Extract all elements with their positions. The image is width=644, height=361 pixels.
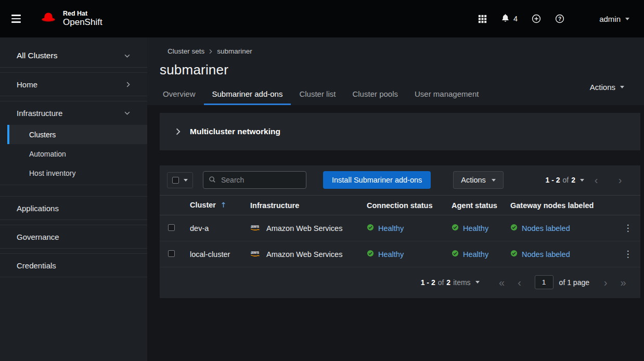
page-title: submariner — [160, 62, 625, 78]
first-page-button[interactable]: « — [493, 277, 511, 288]
pagination-bottom-menu-toggle[interactable]: 1 - 2 of 2 items — [421, 278, 480, 287]
column-header-gateway-nodes[interactable]: Gateway nodes labeled — [506, 196, 615, 215]
next-page-button[interactable]: › — [608, 175, 632, 185]
pagination-range: 1 - 2 — [421, 278, 435, 287]
table-row: dev-a aws — [160, 215, 640, 241]
chevron-right-icon — [176, 128, 181, 135]
sidebar-item-label: Clusters — [29, 131, 56, 139]
connection-status-link[interactable]: Healthy — [378, 224, 404, 233]
section-title: Multicluster networking — [190, 127, 280, 136]
table-row: local-cluster aws — [160, 241, 640, 267]
sidebar-item-label: Automation — [29, 150, 66, 158]
user-menu-dropdown[interactable]: admin — [599, 15, 629, 23]
bell-icon — [501, 14, 510, 24]
sidebar-item-governance[interactable]: Governance — [0, 225, 147, 249]
sidebar-item-label: Governance — [17, 233, 59, 241]
caret-down-icon — [492, 179, 496, 182]
tab-user-management[interactable]: User management — [406, 85, 487, 105]
caret-down-icon — [580, 179, 584, 182]
tab-submariner-add-ons[interactable]: Submariner add-ons — [204, 85, 291, 105]
sidebar-item-home[interactable]: Home — [0, 72, 147, 96]
check-circle-icon — [367, 224, 374, 233]
caret-down-icon — [184, 179, 188, 182]
sidebar-item-clusters[interactable]: Clusters — [7, 125, 147, 144]
aws-icon: aws — [250, 249, 262, 259]
page-content: Multicluster networking Install Sub — [147, 105, 644, 361]
notification-count: 4 — [513, 15, 518, 23]
agent-status-link[interactable]: Healthy — [463, 224, 488, 233]
next-page-button[interactable]: › — [597, 277, 614, 288]
pagination-total: 2 — [446, 278, 450, 287]
search-input[interactable] — [220, 175, 301, 185]
app-launcher-icon[interactable] — [478, 15, 487, 23]
breadcrumb: Cluster sets submariner — [160, 47, 625, 55]
multicluster-networking-expandable[interactable]: Multicluster networking — [160, 113, 640, 150]
redhat-openshift-logo[interactable]: Red Hat OpenShift — [38, 8, 102, 30]
hamburger-menu-icon[interactable] — [9, 12, 23, 24]
column-header-connection-status[interactable]: Connection status — [363, 196, 447, 215]
sidebar-item-label: Credentials — [17, 261, 56, 270]
brand-line1: Red Hat — [63, 10, 102, 18]
help-question-circle-icon[interactable]: ? — [555, 14, 564, 23]
user-menu-label: admin — [599, 15, 621, 23]
page-number-input[interactable] — [535, 275, 553, 289]
sidebar-item-label: Home — [17, 80, 37, 89]
infrastructure-label: Amazon Web Services — [266, 224, 342, 233]
svg-text:aws: aws — [251, 224, 259, 229]
row-kebab-menu[interactable]: ⋮ — [615, 241, 640, 267]
notifications-button[interactable]: 4 — [501, 14, 518, 24]
svg-text:aws: aws — [251, 250, 259, 255]
sidebar-item-infrastructure[interactable]: Infrastructure — [0, 101, 147, 125]
tab-cluster-list[interactable]: Cluster list — [291, 85, 344, 105]
redhat-hat-icon — [38, 8, 58, 30]
connection-status-link[interactable]: Healthy — [378, 250, 404, 259]
gateway-nodes-link[interactable]: Nodes labeled — [522, 250, 570, 259]
prev-page-button[interactable]: ‹ — [511, 277, 529, 288]
pagination-of: of — [563, 176, 569, 184]
pagination-items-label: items — [453, 278, 470, 287]
brand-line2: OpenShift — [63, 18, 102, 28]
row-checkbox[interactable] — [168, 224, 175, 231]
table-toolbar: Install Submariner add-ons Actions 1 - 2… — [160, 165, 640, 195]
sidebar-item-applications[interactable]: Applications — [0, 196, 147, 220]
toolbar-actions-label: Actions — [461, 176, 486, 184]
sidebar-item-automation[interactable]: Automation — [0, 144, 147, 163]
sort-up-icon — [221, 201, 226, 210]
row-checkbox[interactable] — [168, 250, 175, 257]
page-actions-dropdown[interactable]: Actions — [590, 83, 624, 92]
sidebar-item-credentials[interactable]: Credentials — [0, 253, 147, 277]
column-header-infrastructure[interactable]: Infrastructure — [246, 196, 363, 215]
sidebar-item-label: Applications — [17, 204, 59, 213]
toolbar-actions-dropdown[interactable]: Actions — [453, 171, 504, 189]
tab-overview[interactable]: Overview — [160, 85, 204, 105]
chevron-right-icon — [126, 82, 130, 87]
caret-down-icon — [625, 18, 629, 20]
column-header-agent-status[interactable]: Agent status — [447, 196, 506, 215]
sidebar-nav: All Clusters Home Infrastructure Cluster… — [0, 37, 147, 361]
pagination-of: of — [438, 278, 444, 287]
pagination-menu-toggle[interactable]: 1 - 2 of 2 — [546, 176, 585, 184]
bulk-select-dropdown[interactable] — [167, 172, 193, 188]
agent-status-link[interactable]: Healthy — [463, 250, 488, 259]
gateway-nodes-link[interactable]: Nodes labeled — [522, 224, 570, 233]
page-header: Cluster sets submariner submariner Actio… — [147, 37, 644, 105]
check-circle-icon — [510, 224, 518, 233]
breadcrumb-link-cluster-sets[interactable]: Cluster sets — [168, 47, 204, 55]
row-kebab-menu[interactable]: ⋮ — [615, 215, 640, 241]
pagination-range: 1 - 2 — [546, 176, 560, 184]
select-all-checkbox[interactable] — [172, 177, 179, 184]
cluster-switcher-dropdown[interactable]: All Clusters — [0, 44, 147, 68]
masthead: Red Hat OpenShift 4 — [0, 0, 644, 37]
search-icon — [209, 176, 216, 185]
sidebar-item-host-inventory[interactable]: Host inventory — [0, 163, 147, 183]
add-plus-circle-icon[interactable] — [532, 14, 541, 23]
tab-cluster-pools[interactable]: Cluster pools — [344, 85, 406, 105]
last-page-button[interactable]: » — [614, 277, 632, 288]
prev-page-button[interactable]: ‹ — [584, 175, 608, 185]
clusters-table: Cluster Infrastructure Connection status… — [160, 195, 640, 267]
install-submariner-button[interactable]: Install Submariner add-ons — [323, 171, 431, 189]
tab-bar: Overview Submariner add-ons Cluster list… — [160, 85, 625, 105]
page-actions-label: Actions — [590, 83, 615, 92]
pagination-top: 1 - 2 of 2 ‹ › — [546, 175, 633, 185]
column-header-cluster[interactable]: Cluster — [186, 196, 246, 215]
